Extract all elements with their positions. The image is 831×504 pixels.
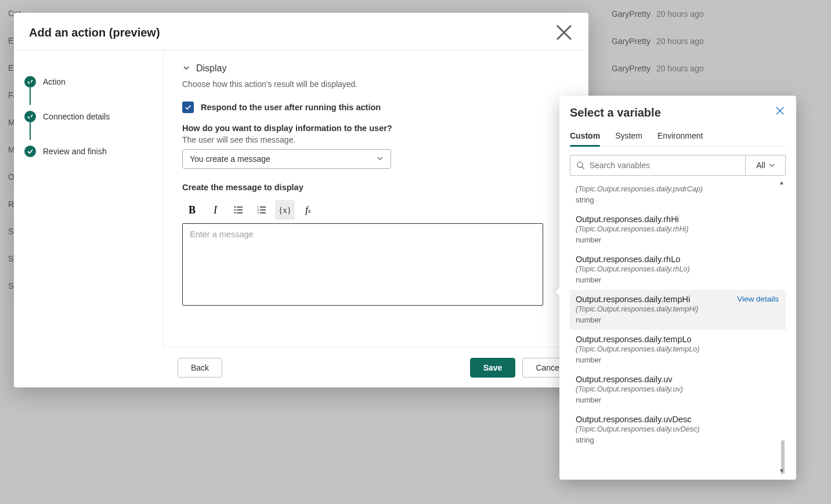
modal-main-panel: Display Choose how this action's result …: [164, 50, 588, 347]
add-action-modal: Add an action (preview) ActionConnection…: [14, 13, 588, 387]
variable-filter-label: All: [756, 161, 765, 170]
modal-header: Add an action (preview): [14, 13, 588, 50]
variable-tab[interactable]: System: [615, 128, 642, 146]
svg-rect-1: [237, 206, 243, 208]
display-section-description: Choose how this action's result will be …: [182, 79, 570, 89]
variable-search-box[interactable]: [570, 155, 745, 176]
chevron-down-icon: [182, 64, 190, 74]
variable-tab[interactable]: Environment: [657, 128, 703, 146]
variable-name: Output.responses.daily.rhHi: [576, 215, 780, 224]
display-question-label: How do you want to display information t…: [182, 124, 570, 133]
variable-name: Output.responses.daily.rhLo: [576, 255, 780, 264]
variable-item[interactable]: (Topic.Output.responses.daily.pvdrCap)st…: [570, 179, 786, 210]
wizard-stepper: ActionConnection detailsReview and finis…: [14, 50, 164, 347]
italic-button[interactable]: I: [205, 200, 225, 220]
variable-filter-dropdown[interactable]: All: [745, 155, 786, 176]
variable-type: number: [576, 356, 780, 364]
variable-tab[interactable]: Custom: [570, 128, 600, 146]
wizard-step-label: Review and finish: [43, 147, 107, 156]
variable-item[interactable]: Output.responses.daily.rhHi(Topic.Output…: [570, 210, 786, 250]
wizard-step[interactable]: Connection details: [24, 99, 153, 134]
respond-checkbox-label: Respond to the user after running this a…: [201, 103, 381, 112]
wizard-step-label: Action: [43, 77, 66, 86]
svg-rect-3: [237, 209, 243, 211]
svg-point-2: [234, 209, 236, 211]
search-icon: [576, 161, 585, 170]
wizard-step[interactable]: Action: [24, 64, 153, 99]
modal-footer: Back Save Cancel: [164, 347, 588, 387]
variable-name: Output.responses.daily.uv: [576, 375, 780, 384]
modal-title: Add an action (preview): [29, 26, 160, 39]
variable-item[interactable]: Output.responses.daily.uvDesc(Topic.Outp…: [570, 410, 786, 450]
svg-text:3: 3: [257, 211, 259, 215]
variable-path: (Topic.Output.responses.daily.pvdrCap): [576, 185, 780, 193]
svg-rect-7: [260, 206, 266, 208]
variable-picker: Select a variable CustomSystemEnvironmen…: [559, 96, 796, 480]
svg-rect-9: [260, 209, 266, 211]
chevron-down-icon: [377, 154, 384, 164]
variable-name: Output.responses.daily.tempLo: [576, 335, 780, 344]
display-mode-value: You create a message: [190, 154, 270, 164]
variable-list[interactable]: ▲ ▼ (Topic.Output.responses.daily.pvdrCa…: [570, 179, 786, 474]
display-sub-label: The user will see this message.: [182, 135, 570, 144]
variable-path: (Topic.Output.responses.daily.tempHi): [576, 305, 780, 313]
formula-button[interactable]: fx: [298, 200, 318, 220]
flyout-pointer: [555, 287, 560, 296]
variable-type: number: [576, 275, 780, 284]
variable-type: number: [576, 235, 780, 244]
variable-path: (Topic.Output.responses.daily.tempLo): [576, 345, 780, 353]
bold-button[interactable]: B: [182, 200, 202, 220]
bullet-list-button[interactable]: [229, 200, 248, 220]
back-button[interactable]: Back: [178, 358, 222, 378]
variable-path: (Topic.Output.responses.daily.rhHi): [576, 225, 780, 233]
variable-picker-tabs: CustomSystemEnvironment: [570, 128, 786, 147]
editor-placeholder: Enter a message: [190, 230, 254, 239]
variable-path: (Topic.Output.responses.daily.uv): [576, 385, 780, 393]
close-icon[interactable]: [555, 23, 573, 42]
numbered-list-button[interactable]: 123: [252, 200, 272, 220]
variable-type: string: [576, 195, 780, 204]
variable-path: (Topic.Output.responses.daily.uvDesc): [576, 425, 780, 433]
display-mode-select[interactable]: You create a message: [182, 149, 391, 169]
close-icon[interactable]: [772, 104, 788, 120]
variable-item[interactable]: Output.responses.daily.uv(Topic.Output.r…: [570, 370, 786, 410]
variable-name: Output.responses.daily.uvDesc: [576, 415, 780, 424]
display-section-header[interactable]: Display: [182, 63, 570, 74]
variable-item[interactable]: Output.responses.daily.tempLo(Topic.Outp…: [570, 330, 786, 370]
variable-item[interactable]: Output.responses.daily.rhLo(Topic.Output…: [570, 250, 786, 290]
message-editor[interactable]: Enter a message: [182, 223, 543, 306]
save-button[interactable]: Save: [470, 358, 516, 378]
variable-picker-title: Select a variable: [570, 106, 786, 119]
variable-item[interactable]: Output.responses.daily.tempHi(Topic.Outp…: [570, 290, 786, 330]
variable-type: number: [576, 396, 780, 404]
check-icon: [24, 146, 36, 157]
variable-type: number: [576, 316, 780, 324]
svg-rect-11: [260, 212, 266, 213]
scroll-down-caret[interactable]: ▼: [779, 467, 785, 474]
insert-variable-button[interactable]: {x}: [275, 200, 295, 220]
svg-point-12: [577, 162, 583, 167]
view-details-link[interactable]: View details: [737, 295, 779, 303]
svg-point-0: [234, 206, 236, 208]
editor-toolbar: B I 123 {x} fx: [182, 200, 570, 220]
respond-checkbox[interactable]: [182, 101, 194, 113]
chevron-down-icon: [769, 162, 775, 168]
wizard-step-label: Connection details: [43, 112, 110, 121]
wizard-step[interactable]: Review and finish: [24, 134, 153, 169]
display-section-title: Display: [196, 63, 226, 74]
variable-path: (Topic.Output.responses.daily.rhLo): [576, 265, 780, 273]
variable-type: string: [576, 436, 780, 444]
create-message-label: Create the message to display: [182, 183, 570, 192]
variable-search-input[interactable]: [590, 161, 739, 170]
svg-rect-5: [237, 212, 243, 213]
svg-point-4: [234, 212, 236, 213]
